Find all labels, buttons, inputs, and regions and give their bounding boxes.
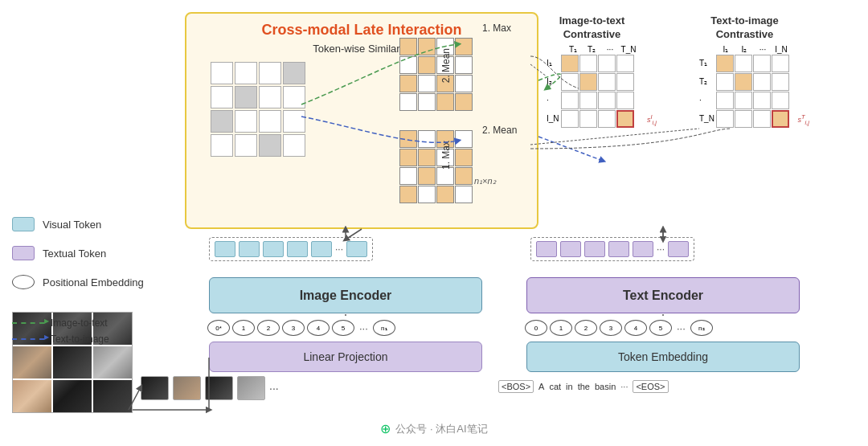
c-cell <box>753 92 771 109</box>
text-token-label: cat <box>549 382 561 391</box>
op-cell <box>418 149 436 166</box>
cat-cell <box>13 346 51 378</box>
op-cell <box>418 56 436 74</box>
ellipsis: ··· <box>335 243 343 255</box>
row-labels-t2i: T₁ T₂ · T_N <box>699 55 714 128</box>
op-cell <box>399 167 417 185</box>
op-cell <box>399 186 417 203</box>
matrix-cell <box>283 86 305 108</box>
legend-textual-token: Textual Token <box>12 246 144 260</box>
oval-token: 3 <box>282 320 305 336</box>
matrix-cell <box>283 110 305 133</box>
col-labels-i2t: T₁ T₂ ··· T_N <box>547 45 637 54</box>
text-to-image-title: Text-to-imageContrastive <box>699 14 790 42</box>
op-cell <box>455 186 473 203</box>
oval-token: 0* <box>207 320 230 336</box>
image-to-text-block: Image-to-textContrastive T₁ T₂ ··· T_N I… <box>547 14 637 128</box>
oval-token: 0 <box>525 320 547 336</box>
c-cell <box>579 73 597 91</box>
token-embedding-box: Token Embedding <box>526 342 800 372</box>
t2i-matrix <box>716 55 789 128</box>
c-cell <box>753 55 771 72</box>
cat-cell <box>53 346 92 378</box>
matrix-grid <box>211 62 305 157</box>
text-token-label: A <box>538 382 544 391</box>
oval-token: 4 <box>624 320 647 336</box>
op-cell <box>418 38 436 55</box>
thumbnail <box>141 376 169 400</box>
oval-token: 2 <box>575 320 597 336</box>
textual-token-label: Textual Token <box>43 248 106 260</box>
op-cell <box>399 38 417 55</box>
text-token-label: ··· <box>620 382 628 391</box>
t2i-matrix-wrapper: T₁ T₂ · T_N <box>699 55 790 128</box>
op-cell <box>436 186 454 203</box>
op-cell <box>436 93 454 111</box>
main-container: Cross-modal Late Interaction Token-wise … <box>0 0 868 446</box>
matrix-cell <box>259 62 281 84</box>
c-cell <box>598 110 616 128</box>
oval-token: 5 <box>332 320 354 336</box>
op-cell <box>436 167 454 185</box>
c-cell <box>616 73 634 91</box>
visual-token <box>287 241 308 257</box>
text-token-dashed-container: ··· <box>530 237 694 261</box>
wx-label: 公众号 · 沐白AI笔记 <box>395 422 487 436</box>
c-cell-score <box>616 110 634 128</box>
text-to-image-block: Text-to-imageContrastive I₁ I₂ ··· I_N T… <box>699 14 790 128</box>
textual-token <box>536 241 557 257</box>
c-cell <box>579 55 597 72</box>
matrix-cell <box>259 110 281 133</box>
c-cell <box>579 92 597 109</box>
op-cell <box>418 167 436 185</box>
op-matrix-bottom <box>399 130 473 203</box>
max-label-1: 1. Max <box>482 23 511 34</box>
oval-tokens-text: 0 1 2 3 4 5 ··· n₂ <box>525 320 713 336</box>
op-matrix-top <box>399 38 473 111</box>
op-cell <box>455 130 473 148</box>
op-cell <box>455 56 473 74</box>
c-cell <box>716 92 734 109</box>
c-cell <box>735 92 752 109</box>
text-token-label: the <box>578 382 590 391</box>
c-cell <box>561 55 579 72</box>
cat-cell <box>53 380 92 412</box>
oval-token: 1 <box>550 320 572 336</box>
legend-visual-token: Visual Token <box>12 217 144 231</box>
c-cell <box>735 73 752 91</box>
cross-modal-box: Cross-modal Late Interaction Token-wise … <box>185 12 538 229</box>
text-output-tokens-dashed: ··· <box>530 237 694 261</box>
c-cell <box>598 73 616 91</box>
text-sentence-row: <BOS> A cat in the basin ··· <EOS> <box>498 380 669 393</box>
visual-token <box>215 241 235 257</box>
matrix-cell <box>211 134 233 157</box>
matrix-cell <box>259 86 281 108</box>
text-token-label: <BOS> <box>498 380 534 393</box>
visual-token-label: Visual Token <box>43 219 101 231</box>
wx-logo: ⊕ 公众号 · 沐白AI笔记 <box>380 421 487 436</box>
c-cell <box>716 73 734 91</box>
visual-token-icon <box>12 217 35 231</box>
visual-token <box>263 241 284 257</box>
matrix-cell <box>235 134 257 157</box>
text-token-label: <EOS> <box>633 380 668 393</box>
oval-token: 3 <box>600 320 622 336</box>
legend-image-to-text: Image-to-text <box>12 317 109 329</box>
op-cell <box>455 38 473 55</box>
matrix-cell <box>283 134 305 157</box>
c-cell <box>561 110 579 128</box>
oval-token: 1 <box>232 320 255 336</box>
textual-token <box>608 241 629 257</box>
op-cell <box>418 186 436 203</box>
linear-projection-box: Linear Projection <box>209 342 482 372</box>
c-cell <box>598 92 616 109</box>
i2t-matrix <box>561 55 634 128</box>
legend-arrows: Image-to-text Text-to-image <box>12 317 109 350</box>
c-cell <box>561 92 579 109</box>
text-encoder-box: Text Encoder <box>526 277 800 313</box>
i2t-matrix-wrapper: I₁ I₂ · I_N <box>547 55 637 128</box>
thumbnail <box>237 376 265 400</box>
ellipsis: ··· <box>674 322 688 334</box>
c-cell <box>753 110 771 128</box>
matrix-cell <box>235 110 257 133</box>
